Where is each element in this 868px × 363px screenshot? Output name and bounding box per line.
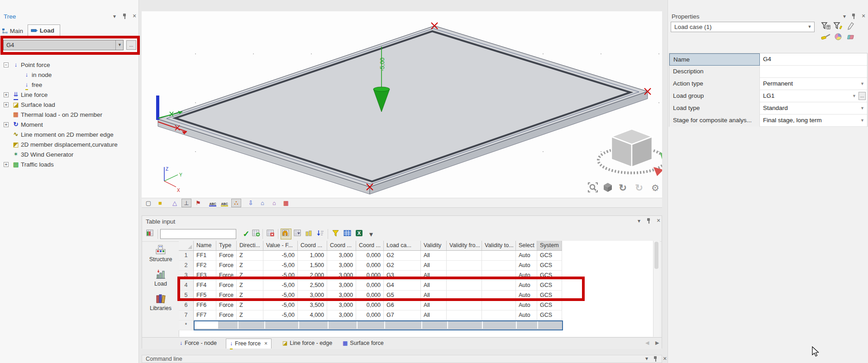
cell-select[interactable]: Auto [516, 301, 537, 310]
cell-coord[interactable]: 0,000 [356, 291, 384, 301]
command-line-panel[interactable]: Command line [142, 355, 662, 363]
column-header-system[interactable]: System [537, 241, 562, 251]
property-row-name[interactable]: NameG4 [669, 53, 867, 66]
cell-type[interactable]: Force [216, 281, 237, 291]
table-row[interactable]: 1FF1ForceZ-5,001,0003,0000,000G2AllAutoG… [179, 251, 562, 261]
cell-name[interactable]: FF1 [194, 251, 216, 261]
property-row-description[interactable]: Description [669, 66, 867, 78]
side-tab-libraries[interactable]: Libraries [143, 293, 178, 311]
cell-coord[interactable]: 2,500 [298, 281, 327, 291]
excel-icon[interactable]: X [354, 229, 365, 239]
cell-validity-to[interactable] [482, 271, 516, 281]
chevron-down-icon[interactable]: ▼ [860, 115, 864, 126]
cell-type[interactable]: Force [216, 251, 237, 261]
cell-directi[interactable]: Z [237, 271, 263, 281]
mesh-grid-icon[interactable]: ▦ [281, 199, 291, 207]
cell-validity-to[interactable] [482, 251, 516, 261]
cell-validity[interactable]: All [421, 271, 447, 281]
cell-name[interactable]: FF2 [194, 261, 216, 271]
cell-select[interactable]: Auto [516, 310, 537, 320]
side-tab-load[interactable]: Load [143, 268, 178, 287]
cell-validity-to[interactable] [482, 310, 516, 320]
cell-value-f[interactable]: -5,00 [263, 271, 298, 281]
cell-type[interactable]: Force [216, 310, 237, 320]
cell-select[interactable]: Auto [516, 261, 537, 271]
table-row[interactable]: 2FF2ForceZ-5,001,5003,0000,000G2AllAutoG… [179, 261, 562, 271]
cell-validity[interactable]: All [421, 301, 447, 310]
cell-load-ca[interactable]: G2 [384, 261, 421, 271]
cell-coord[interactable]: 3,000 [327, 281, 356, 291]
cell-load-ca[interactable]: G7 [384, 310, 421, 320]
ok-icon[interactable]: ✓ [241, 229, 252, 239]
tab-main[interactable]: Main [2, 26, 27, 37]
cell-load-ca[interactable]: G4 [384, 281, 421, 291]
tab-line-force-edge[interactable]: ◪Line force - edge [279, 339, 336, 349]
cell-validity-to[interactable] [482, 281, 516, 291]
column-header-coord[interactable]: Coord ... [298, 241, 327, 251]
chevron-down-icon[interactable]: ▼ [860, 102, 864, 114]
cell-system[interactable]: GCS [537, 261, 562, 271]
cell-directi[interactable]: Z [237, 310, 263, 320]
row-number[interactable]: 7 [179, 310, 194, 320]
cell-system[interactable]: GCS [537, 271, 562, 281]
tree-item-thermal-load-on-2d-member[interactable]: ▦Thermal load - on 2D member [0, 110, 138, 120]
cell-system[interactable]: GCS [537, 310, 562, 320]
tab-free-force[interactable]: ↓Free force× [226, 339, 272, 349]
tree-item-free[interactable]: ↓free [0, 80, 138, 90]
tree-item-moment[interactable]: +↻Moment [0, 120, 138, 130]
load-values-icon[interactable]: ⊥ [181, 199, 191, 207]
chevron-down-icon[interactable]: ▼ [852, 90, 856, 102]
cell-directi[interactable]: Z [237, 281, 263, 291]
load-case-filter-combobox[interactable]: G4 [3, 40, 124, 50]
tab-scroll-right-icon[interactable]: ▶ [655, 340, 659, 346]
chevron-down-icon[interactable] [111, 13, 118, 20]
cell-load-ca[interactable]: G2 [384, 251, 421, 261]
table-row[interactable]: 4FF4ForceZ-5,002,5003,0000,000G4AllAutoG… [179, 281, 562, 291]
funnel-edit-icon[interactable] [833, 22, 844, 32]
cell-coord[interactable]: 3,000 [327, 301, 356, 310]
member-labels-icon[interactable]: ⌂ [258, 199, 267, 207]
new-table-icon[interactable] [251, 229, 262, 239]
table-scrollbar[interactable] [653, 241, 660, 337]
cell-type[interactable]: Force [216, 261, 237, 271]
cell-value-f[interactable]: -5,00 [263, 310, 298, 320]
cell-load-ca[interactable]: G5 [384, 291, 421, 301]
pin-icon[interactable] [851, 13, 856, 19]
cell-validity[interactable]: All [421, 291, 447, 301]
close-icon[interactable] [860, 13, 867, 20]
cell-validity-fro[interactable] [447, 251, 482, 261]
table-new-row[interactable]: * [179, 320, 194, 330]
column-header-validity-fro[interactable]: Validity fro... [447, 241, 482, 251]
cell-system[interactable]: GCS [537, 301, 562, 310]
rotate-icon[interactable]: ↻ [617, 182, 629, 194]
rotate-disabled-icon[interactable]: ↻ [633, 182, 645, 194]
navigation-cube[interactable] [598, 129, 662, 176]
cell-validity-fro[interactable] [447, 301, 482, 310]
row-number[interactable]: 1 [179, 251, 194, 261]
new-row-cell[interactable] [516, 321, 537, 329]
cell-validity-to[interactable] [482, 291, 516, 301]
cell-select[interactable]: Auto [516, 281, 537, 291]
property-value[interactable]: G4 [763, 53, 771, 65]
cell-load-ca[interactable]: G6 [384, 301, 421, 310]
cell-load-ca[interactable]: G3 [384, 271, 421, 281]
property-row-load-group[interactable]: Load groupLG1▼... [669, 90, 867, 102]
funnel-table-icon[interactable] [820, 22, 831, 32]
zoom-region-icon[interactable] [587, 182, 599, 194]
row-number[interactable]: 6 [179, 301, 194, 310]
cell-coord[interactable]: 1,500 [298, 261, 327, 271]
tree-item-in-node[interactable]: ↓in node [0, 70, 138, 80]
cell-coord[interactable]: 4,000 [298, 310, 327, 320]
new-row-cell[interactable] [264, 321, 299, 329]
tree-item-surface-load[interactable]: +◪Surface load [0, 100, 138, 110]
cell-validity[interactable]: All [421, 251, 447, 261]
cell-value-f[interactable]: -5,00 [263, 251, 298, 261]
cell-coord[interactable]: 1,000 [298, 251, 327, 261]
cell-coord[interactable]: 3,000 [327, 291, 356, 301]
column-header-coord[interactable]: Coord ... [356, 241, 384, 251]
cell-coord[interactable]: 0,000 [356, 271, 384, 281]
eraser-icon[interactable] [845, 33, 856, 43]
pie-chart-icon[interactable] [833, 33, 844, 43]
cell-name[interactable]: FF5 [194, 291, 216, 301]
cell-directi[interactable]: Z [237, 291, 263, 301]
